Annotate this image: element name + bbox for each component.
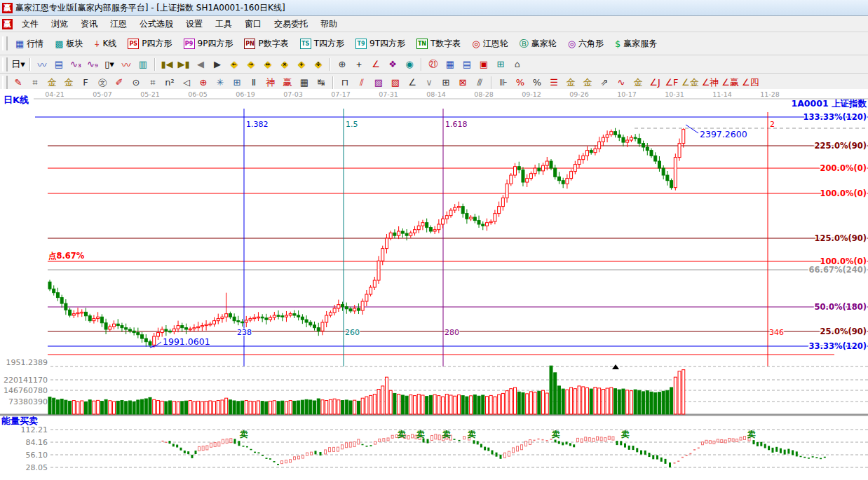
nav-calendar-icon[interactable]: ㉑ [426,57,441,72]
menu-item-7[interactable]: 窗口 [238,17,268,32]
draw-tool-44-icon[interactable]: ∠四 [741,75,760,90]
draw-tool-30-icon[interactable]: ⊪ [496,75,511,90]
draw-tool-23-icon[interactable]: ▧ [388,75,403,90]
nav-next-bar-icon[interactable]: ▶ [210,57,225,72]
draw-tool-6-icon[interactable]: ✐ [111,75,127,90]
draw-tool-42-icon[interactable]: ∠神 [701,75,720,90]
draw-tool-24-icon[interactable]: ∠ [405,75,420,90]
draw-tool-2-icon[interactable]: 金 [44,75,60,90]
nav-hand-tool-icon[interactable]: ⊕ [334,57,350,72]
draw-tool-34-icon[interactable]: 金 [563,75,578,90]
draw-tool-31-icon[interactable]: % [513,75,528,90]
nav-angle-tool-icon[interactable]: ∠ [368,57,384,72]
menu-item-5[interactable]: 设置 [179,17,209,32]
menu-item-2[interactable]: 资讯 [74,17,104,32]
draw-tool-11-icon[interactable]: ⊕ [196,75,211,90]
draw-tool-7-icon[interactable]: ⊙ [128,75,144,90]
draw-tool-14-icon[interactable]: Ⅱ [246,75,262,90]
draw-tool-33-icon[interactable]: ☰ [546,75,562,90]
nav-gann-lr-icon[interactable]: ◆↔ [260,57,276,72]
nav-gann-right-icon[interactable]: ◆→ [243,57,259,72]
toolbar-button-P四方形[interactable]: PSP四方形 [123,36,177,52]
nav-gann-box-tool-icon[interactable]: ❖ [385,57,400,72]
nav-notes-icon[interactable]: ▤ [51,57,67,72]
diamond-arrow-glyph: + [299,62,304,67]
nav-sketch-red-icon[interactable]: 〰 [118,57,134,72]
toolbar-button-9P四方形[interactable]: P99P四方形 [179,36,238,52]
draw-tool-17-icon[interactable]: ▦ [297,75,312,90]
toolbar-button-P数字表[interactable]: PNP数字表 [239,36,293,52]
nav-gann-x-icon[interactable]: ◆× [277,57,292,72]
toolbar-button-赢家轮[interactable]: Ⓑ赢家轮 [515,36,562,52]
menu-item-4[interactable]: 公式选股 [133,17,179,32]
draw-tool-10-icon[interactable]: ◁ [179,75,194,90]
menu-item-8[interactable]: 交易委托 [268,17,314,32]
chart-area[interactable]: 04-2105-0705-2106-0506-1907-0307-1707-31… [0,89,868,480]
kline-chart-svg[interactable]: 04-2105-0705-2106-0506-1907-0307-1707-31… [0,89,868,480]
nav-brain-tool-icon[interactable]: ◉ [402,57,417,72]
draw-tool-1-icon[interactable]: ⌗ [27,75,43,90]
nav-sketch-blue-icon[interactable]: 〰 [34,57,50,72]
toolbar-button-T数字表[interactable]: TNT数字表 [412,36,466,52]
nav-wave-3-icon[interactable]: ∿₃ [68,57,83,72]
draw-tool-28-icon[interactable]: ⫻ [472,75,487,90]
draw-tool-26-icon[interactable]: ⊞ [438,75,454,90]
nav-calculator-icon[interactable]: ▦ [442,57,458,72]
draw-tool-27-icon[interactable]: ⊠ [455,75,470,90]
toolbar-button-赢家服务[interactable]: $赢家服务 [610,36,662,52]
draw-tool-5-icon[interactable]: ㉆ [95,75,110,90]
draw-tool-43-icon[interactable]: ∠赢 [721,75,740,90]
draw-tool-4-icon[interactable]: F [78,75,93,90]
nav-gann-plus-icon[interactable]: ◆+ [294,57,309,72]
draw-tool-22-icon[interactable]: ▨ [371,75,386,90]
menu-item-0[interactable]: 文件 [15,17,45,32]
draw-tool-18-icon[interactable]: ↹ [313,75,329,90]
toolbar-button-9T四方形[interactable]: T99T四方形 [351,36,410,52]
draw-tool-16-icon[interactable]: 赢 [280,75,295,90]
draw-tool-40-icon[interactable]: ∠F [664,75,679,90]
toolbar-button-江恩轮[interactable]: ◎江恩轮 [467,36,513,52]
menu-item-6[interactable]: 工具 [209,17,238,32]
nav-notepad-icon[interactable]: ▤ [459,57,475,72]
draw-tool-38-icon[interactable]: 金 [630,75,646,90]
menu-item-3[interactable]: 江恩 [104,17,133,32]
nav-first-bar-icon[interactable]: ▮◀ [159,57,175,72]
draw-tool-25-icon[interactable]: ∨ [421,75,437,90]
K线-icon: ⍭ [95,39,100,48]
nav-workstation-icon[interactable]: ⌂ [510,57,525,72]
nav-gann-left-icon[interactable]: ◆← [226,57,242,72]
nav-period-dropdown-icon[interactable]: 日▾ [11,57,26,72]
nav-crosshair-tool-icon[interactable]: ＋ [351,57,367,72]
draw-tool-9-icon[interactable]: n² [162,75,177,90]
nav-network-icon[interactable]: ⊞ [493,57,508,72]
toolbar-button-T四方形[interactable]: TST四方形 [295,36,349,52]
nav-wave-9-icon[interactable]: ∿₉ [85,57,100,72]
draw-tool-32-icon[interactable]: % [529,75,545,90]
nav-prev-bar-icon[interactable]: ◀ [193,57,208,72]
draw-tool-37-icon[interactable]: ∿ [613,75,629,90]
energy-mark [808,458,810,459]
draw-tool-0-icon[interactable]: ✎ [11,75,26,90]
nav-candle-style-dropdown-icon[interactable]: ▯▾ [102,57,117,72]
nav-histogram-icon[interactable]: ▥ [135,57,151,72]
nav-save-icon[interactable]: ▣ [476,57,491,72]
draw-tool-36-icon[interactable]: ⇗ [597,75,612,90]
toolbar-button-板块[interactable]: ▩板块 [50,36,88,52]
draw-tool-21-icon[interactable]: ⫽ [354,75,369,90]
draw-tool-13-icon[interactable]: ⊞ [229,75,245,90]
draw-tool-15-icon[interactable]: 神 [263,75,278,90]
toolbar-button-六角形[interactable]: ◎六角形 [563,36,609,52]
draw-tool-3-icon[interactable]: 金 [61,75,76,90]
menu-item-9[interactable]: 帮助 [314,17,344,32]
draw-tool-35-icon[interactable]: 金 [580,75,595,90]
toolbar-button-行情[interactable]: ▦行情 [11,36,48,52]
draw-tool-41-icon[interactable]: ∠金 [681,75,700,90]
draw-tool-12-icon[interactable]: ✳ [212,75,228,90]
nav-last-bar-icon[interactable]: ▶▮ [176,57,191,72]
menu-item-1[interactable]: 浏览 [45,17,74,32]
nav-gann-all-icon[interactable]: ◆✣ [311,57,326,72]
draw-tool-8-icon[interactable]: ⌗ [145,75,161,90]
draw-tool-20-icon[interactable]: ⊓ [337,75,353,90]
toolbar-button-K线[interactable]: ⍭K线 [90,36,122,52]
draw-tool-39-icon[interactable]: ∠J [647,75,663,90]
